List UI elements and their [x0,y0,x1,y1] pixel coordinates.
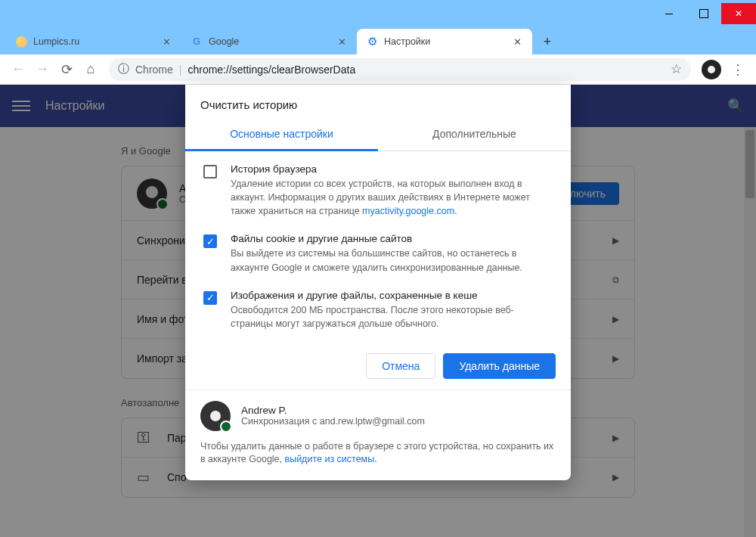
home-button[interactable]: ⌂ [79,57,103,82]
tab-advanced[interactable]: Дополнительные [378,119,571,151]
browser-menu-button[interactable]: ⋮ [726,57,750,82]
window-titlebar [0,0,756,27]
tab-title: Настройки [384,36,511,47]
cache-option: ✓ Изображения и другие файлы, сохраненны… [200,282,559,338]
sign-out-link[interactable]: выйдите из системы [285,454,375,464]
cookies-option: ✓ Файлы cookie и другие данные сайтов Вы… [200,225,559,281]
new-tab-button[interactable]: + [537,31,558,52]
tab-close-icon[interactable]: ✕ [160,36,172,48]
site-info-icon[interactable]: ⓘ [118,62,129,76]
footer-profile: Andrew P. Синхронизация с and.rew.lptw@g… [200,401,556,431]
cancel-button[interactable]: Отмена [366,353,435,379]
dialog-title: Очистить историю [185,85,571,119]
modal-overlay: Очистить историю Основные настройки Допо… [0,85,756,537]
tab-basic[interactable]: Основные настройки [185,119,378,151]
lumpics-favicon-icon [15,36,27,48]
browser-toolbar: ← → ⟳ ⌂ ⓘ Chrome | chrome://settings/cle… [0,54,756,85]
bookmark-star-icon[interactable]: ☆ [671,61,682,77]
tab-close-icon[interactable]: ✕ [336,36,348,48]
dialog-footer: Andrew P. Синхронизация с and.rew.lptw@g… [185,390,571,480]
url-text: chrome://settings/clearBrowserData [187,64,355,76]
option-desc: Освободится 200 МБ пространства. После э… [231,303,556,331]
footer-sync-text: Синхронизация с and.rew.lptw@gmail.com [241,416,425,427]
sync-badge-icon [220,421,232,433]
tab-lumpics[interactable]: Lumpics.ru ✕ [6,29,181,54]
dialog-body: История браузера Удаление истории со все… [185,151,571,343]
window-maximize-button[interactable] [686,3,721,24]
option-title: Изображения и другие файлы, сохраненные … [231,290,556,301]
google-favicon-icon: G [191,36,203,48]
tab-strip: Lumpics.ru ✕ G Google ✕ ⚙ Настройки ✕ + [0,27,756,54]
option-desc: Удаление истории со всех устройств, на к… [231,177,556,218]
tab-google[interactable]: G Google ✕ [181,29,357,54]
avatar [200,401,231,431]
option-title: История браузера [231,163,556,175]
history-checkbox[interactable] [203,165,217,178]
clear-data-button[interactable]: Удалить данные [443,353,556,379]
footer-profile-name: Andrew P. [241,405,425,416]
option-desc: Вы выйдете из системы на большинстве сай… [231,247,556,274]
dialog-tabs: Основные настройки Дополнительные [185,119,571,151]
window-close-button[interactable] [721,3,756,24]
dialog-actions: Отмена Удалить данные [185,343,571,390]
settings-page: Настройки 🔍 Я и Google A С лючить Синхро… [0,85,756,537]
address-bar[interactable]: ⓘ Chrome | chrome://settings/clearBrowse… [109,58,691,81]
tab-title: Lumpics.ru [33,36,160,47]
tab-settings[interactable]: ⚙ Настройки ✕ [357,29,532,54]
footer-note: Чтобы удалить данные о работе в браузере… [200,440,556,467]
myactivity-link[interactable]: myactivity.google.com [362,206,454,216]
tab-close-icon[interactable]: ✕ [511,36,523,48]
history-option: История браузера Удаление истории со все… [200,156,559,225]
back-button[interactable]: ← [6,57,30,82]
option-title: Файлы cookie и другие данные сайтов [231,233,556,244]
cookies-checkbox[interactable]: ✓ [203,234,217,248]
url-scheme-label: Chrome [135,64,173,76]
clear-data-dialog: Очистить историю Основные настройки Допо… [185,85,571,480]
forward-button[interactable]: → [30,57,54,82]
cache-checkbox[interactable]: ✓ [203,291,217,305]
tab-title: Google [209,36,336,47]
reload-button[interactable]: ⟳ [54,57,79,82]
window-minimize-button[interactable] [652,3,686,24]
settings-favicon-icon: ⚙ [366,36,378,48]
profile-avatar-button[interactable] [702,60,721,79]
